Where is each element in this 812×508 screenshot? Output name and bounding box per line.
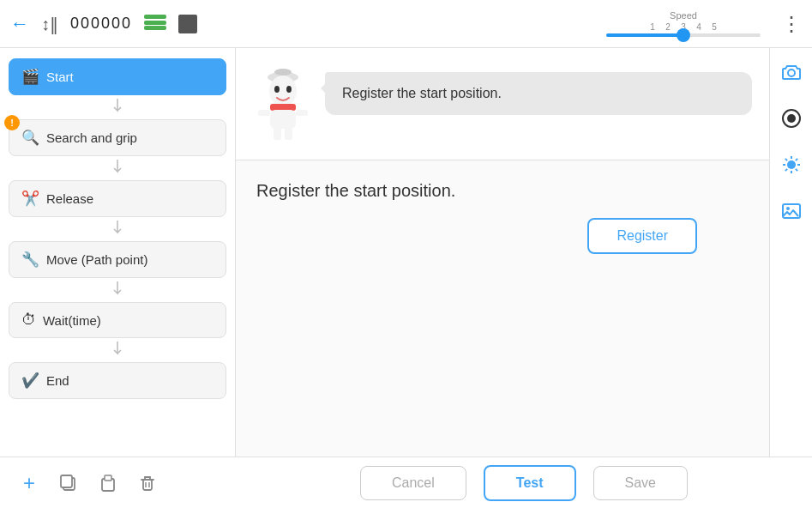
step-start[interactable]: 🎬 Start (9, 58, 226, 95)
more-options-button[interactable]: ⋮ (781, 12, 802, 36)
bottom-right-actions: Cancel Test Save (236, 465, 812, 501)
svg-rect-15 (285, 128, 292, 140)
connector-3 (0, 221, 235, 238)
svg-rect-31 (61, 475, 72, 487)
camera-icon-button[interactable] (776, 57, 807, 88)
speed-tick-1: 1 (645, 22, 660, 32)
svg-rect-13 (296, 110, 308, 116)
right-icons-panel (769, 48, 812, 457)
speed-slider-thumb (677, 28, 690, 42)
svg-rect-33 (105, 475, 111, 481)
svg-line-26 (785, 169, 786, 171)
record-icon-button[interactable] (776, 103, 807, 134)
back-button[interactable]: ← (10, 13, 29, 35)
square-icon (178, 15, 197, 33)
svg-rect-34 (143, 480, 152, 490)
step-release[interactable]: ✂️ Release (9, 180, 226, 217)
speed-tick-5: 5 (707, 22, 722, 32)
paste-button[interactable] (93, 468, 123, 499)
svg-line-25 (795, 169, 797, 171)
start-icon: 🎬 (21, 68, 39, 86)
left-panel: 🎬 Start ! 🔍 Search and grip ✂️ Release 🔧… (0, 48, 236, 457)
instruction-text: Register the start position. (256, 181, 749, 201)
right-panel: Register the start position. Register th… (236, 48, 769, 457)
register-button[interactable]: Register (587, 218, 697, 254)
step-end-label: End (46, 373, 69, 388)
svg-point-5 (274, 69, 292, 76)
search-icon: 🔍 (21, 129, 39, 147)
speed-slider[interactable] (606, 33, 761, 37)
svg-line-27 (795, 159, 797, 160)
svg-point-29 (786, 207, 790, 210)
step-wait-label: Wait(time) (43, 313, 101, 328)
connector-5 (0, 342, 235, 359)
svg-line-24 (785, 159, 786, 160)
step-search-and-grip[interactable]: ! 🔍 Search and grip (9, 119, 226, 156)
speed-tick-4: 4 (691, 22, 707, 32)
speed-control: Speed 1 2 3 4 5 (603, 10, 764, 37)
speed-label: Speed (670, 10, 697, 21)
release-icon: ✂️ (21, 190, 39, 208)
bottom-bar: + Cancel Test Save (0, 457, 812, 508)
step-search-label: Search and grip (46, 130, 137, 145)
bottom-left-tools: + (0, 468, 236, 499)
svg-rect-11 (270, 110, 296, 129)
step-release-label: Release (46, 191, 93, 206)
warning-badge: ! (4, 115, 20, 130)
delete-button[interactable] (132, 468, 163, 499)
top-bar: ← ↕‖ 000000 Speed 1 2 3 4 5 ⋮ (0, 0, 812, 48)
save-button[interactable]: Save (593, 466, 688, 500)
move-icon: 🔧 (21, 251, 39, 269)
wait-icon: ⏱ (21, 311, 36, 329)
step-move-path-point[interactable]: 🔧 Move (Path point) (9, 241, 226, 278)
end-icon: ✔️ (21, 372, 39, 390)
main-content: 🎬 Start ! 🔍 Search and grip ✂️ Release 🔧… (0, 48, 812, 457)
connector-2 (0, 160, 235, 177)
svg-point-18 (787, 114, 796, 123)
speed-tick-2: 2 (660, 22, 676, 32)
sort-icon: ↕‖ (41, 14, 58, 34)
step-start-label: Start (46, 70, 74, 84)
grid-icon (144, 13, 166, 35)
svg-rect-14 (274, 128, 281, 140)
copy-button[interactable] (53, 468, 84, 499)
svg-rect-2 (144, 26, 166, 30)
instruction-area: Register the start position. Register (236, 160, 769, 457)
connector-4 (0, 281, 235, 299)
image-icon-button[interactable] (776, 196, 807, 227)
chat-bubble-area: Register the start position. (236, 48, 769, 160)
svg-rect-12 (258, 110, 270, 116)
test-button[interactable]: Test (484, 465, 576, 501)
svg-point-7 (274, 86, 280, 93)
bubble-text: Register the start position. (325, 72, 752, 115)
step-move-label: Move (Path point) (46, 252, 147, 267)
svg-point-16 (788, 70, 795, 76)
svg-point-6 (269, 76, 297, 106)
step-end[interactable]: ✔️ End (9, 362, 226, 399)
speed-slider-fill (606, 33, 683, 37)
add-step-button[interactable]: + (14, 468, 45, 499)
svg-point-8 (286, 86, 292, 93)
cancel-button[interactable]: Cancel (360, 466, 466, 500)
session-id: 000000 (70, 15, 132, 33)
svg-rect-0 (144, 15, 166, 19)
svg-rect-1 (144, 21, 166, 25)
robot-figure (253, 65, 313, 142)
sun-icon-button[interactable] (776, 149, 807, 180)
step-wait-time[interactable]: ⏱ Wait(time) (9, 302, 226, 338)
svg-point-19 (787, 160, 796, 169)
connector-1 (0, 99, 235, 116)
top-bar-left: ← ↕‖ 000000 (10, 13, 592, 35)
